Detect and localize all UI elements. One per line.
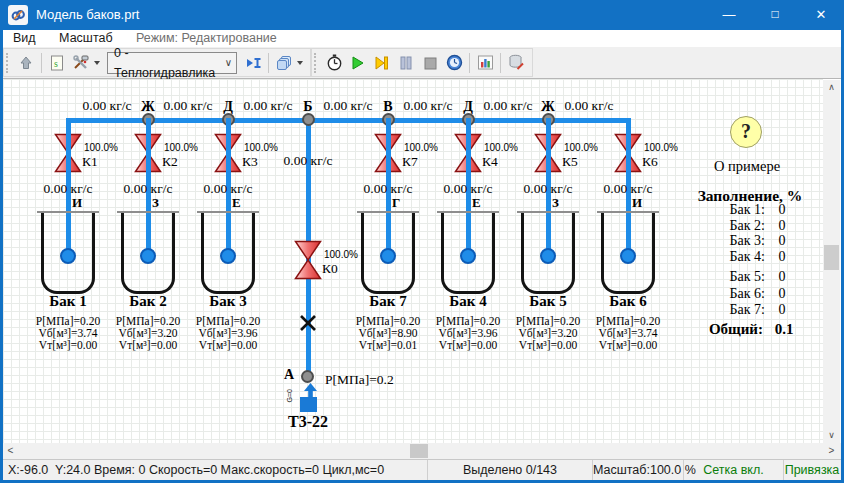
vertical-scroll-thumb[interactable] — [824, 245, 839, 270]
toolbar-separator — [500, 53, 501, 73]
step-icon[interactable] — [370, 51, 394, 75]
toolbar-grip[interactable] — [6, 53, 11, 73]
valve-open-percent: 100.0% — [84, 142, 118, 153]
pipe-junction: Д — [453, 100, 483, 113]
help-button[interactable]: ? — [730, 116, 762, 148]
close-button[interactable]: ✕ — [798, 0, 844, 30]
tank-name: Бак 1 — [23, 293, 113, 310]
junction-letter: Д — [453, 100, 483, 113]
fill-row: Бак 2:0 — [710, 218, 802, 234]
horizontal-scroll-thumb[interactable] — [410, 444, 428, 458]
closed-valve-mark[interactable] — [298, 313, 318, 337]
fill-row: Бак 6:0 — [710, 286, 802, 303]
pipe-end-dot — [380, 248, 396, 264]
tank-info: P[МПа]=0.20Vб[м³]=3.74Vт[м³]=0.00 — [581, 315, 675, 351]
pipe-end-dot — [620, 248, 636, 264]
app-window: Модель баков.prt — □ ✕ Вид Масштаб Режим… — [0, 0, 844, 483]
pipe-junction: Ж — [133, 100, 163, 113]
tank-info: P[МПа]=0.20Vб[м³]=3.96Vт[м³]=0.00 — [181, 315, 275, 351]
maximize-button[interactable]: □ — [752, 0, 798, 30]
tank-name: Бак 7 — [343, 293, 433, 310]
schematic-canvas[interactable]: 0.00 кг/с 0.00 кг/с 0.00 кг/с 0.00 кг/с … — [3, 79, 823, 443]
database-edit-icon[interactable] — [504, 51, 528, 75]
run-icon[interactable] — [346, 51, 370, 75]
time-icon[interactable] — [442, 51, 466, 75]
junction-dot[interactable] — [302, 113, 315, 126]
layers-dropdown-arrow[interactable] — [297, 61, 303, 65]
fill-row-value: 0 — [765, 218, 799, 234]
scroll-up-arrow[interactable]: ∧ — [823, 80, 840, 95]
valve-icon[interactable] — [294, 240, 322, 280]
scroll-down-arrow[interactable]: ∨ — [823, 428, 840, 443]
tools-icon[interactable] — [69, 51, 93, 75]
fill-total-value: 0.1 — [763, 321, 805, 338]
scroll-left-arrow[interactable]: < — [3, 443, 18, 459]
stopwatch-icon[interactable] — [322, 51, 346, 75]
toolbar-separator — [469, 53, 470, 73]
minimize-button[interactable]: — — [706, 0, 752, 30]
tank-name: Бак 2 — [103, 293, 193, 310]
charts-icon[interactable] — [473, 51, 497, 75]
fill-row-value: 0 — [765, 249, 799, 265]
tank-name: Бак 5 — [503, 293, 593, 310]
svg-text:s: s — [54, 58, 58, 69]
tank-pressure: P[МПа]=0.20 — [181, 315, 275, 327]
valve-open-percent: 100.0% — [644, 142, 678, 153]
fill-row-label: Бак 6: — [710, 286, 765, 303]
window-title: Модель баков.prt — [36, 0, 139, 30]
status-scale: Масштаб:100.0 % — [592, 460, 683, 480]
tank-group: 0.00 кг/с И Бак 1 P[МПа]=0.20Vб[м³]=3.74… — [23, 181, 113, 361]
tank-group: 0.00 кг/с Е Бак 4 P[МПа]=0.20Vб[м³]=3.96… — [423, 181, 513, 361]
script-icon[interactable]: s — [45, 51, 69, 75]
junction-dot[interactable] — [301, 370, 314, 383]
pipe-junction: Ж — [533, 100, 563, 113]
fill-row: Бак 5:0 — [710, 269, 802, 286]
valve-name: К0 — [322, 261, 338, 277]
up-arrow-button[interactable] — [14, 51, 38, 75]
menu-zoom[interactable]: Масштаб — [49, 30, 122, 47]
fill-row-value: 0 — [765, 269, 799, 286]
tank-fluid-volume: Vт[м³]=0.00 — [581, 339, 675, 351]
vertical-scrollbar[interactable]: ∧ ∨ — [823, 80, 840, 443]
pause-icon[interactable] — [394, 51, 418, 75]
valve-name: К2 — [162, 154, 178, 170]
toolbar-grip[interactable] — [314, 53, 319, 73]
help-label: О примере — [691, 158, 803, 175]
status-snap-toggle[interactable]: Привязка — [783, 460, 840, 480]
tank-group: 0.00 кг/с Г Бак 7 P[МПа]=0.20Vб[м³]=8.90… — [343, 181, 433, 361]
mode-select[interactable]: 0 - Теплогидравлика ∨ — [107, 52, 237, 74]
tank-flow-label: 0.00 кг/с — [348, 181, 428, 197]
valve-open-percent: 100.0% — [404, 142, 438, 153]
tank-group: 0.00 кг/с Е Бак 3 P[МПа]=0.20Vб[м³]=3.96… — [183, 181, 273, 361]
tank-name: Бак 4 — [423, 293, 513, 310]
source-pressure-label: P[МПа]=0.2 — [325, 372, 394, 388]
status-coordinates: X:-96.0 Y:24.0 Время: 0 Скорость=0 Макс.… — [3, 460, 427, 480]
menu-view[interactable]: Вид — [3, 30, 46, 47]
horizontal-scrollbar[interactable]: < > — [3, 443, 841, 459]
tank-volume: Vб[м³]=3.74 — [581, 327, 675, 339]
tank-flow-label: 0.00 кг/с — [28, 181, 108, 197]
step-into-icon[interactable] — [241, 51, 265, 75]
toolbar-separator — [268, 53, 269, 73]
tank-flow-label: 0.00 кг/с — [188, 181, 268, 197]
tank-flow-label: 0.00 кг/с — [508, 181, 588, 197]
status-grid-toggle[interactable]: Сетка вкл. — [683, 460, 783, 480]
toolbar-separator — [41, 53, 42, 73]
tank-flow-label: 0.00 кг/с — [588, 181, 668, 197]
fill-row-label: Бак 4: — [710, 249, 765, 265]
stop-icon[interactable] — [418, 51, 442, 75]
junction-letter: Д — [213, 100, 243, 113]
scroll-right-arrow[interactable]: > — [824, 443, 839, 459]
tank-group: 0.00 кг/с И Бак 6 P[МПа]=0.20Vб[м³]=3.74… — [583, 181, 673, 361]
junction-letter: А — [284, 367, 294, 383]
tank-name: Бак 3 — [183, 293, 273, 310]
tank-node-letter: И — [72, 195, 82, 211]
source-block[interactable] — [300, 397, 317, 412]
valve-name: К7 — [402, 154, 418, 170]
tools-dropdown-arrow[interactable] — [94, 61, 100, 65]
toolbar-group-run — [311, 48, 533, 77]
fill-row-value: 0 — [765, 286, 799, 303]
layers-icon[interactable] — [272, 51, 296, 75]
valve-name: К6 — [642, 154, 658, 170]
fill-row-label: Бак 5: — [710, 269, 765, 286]
